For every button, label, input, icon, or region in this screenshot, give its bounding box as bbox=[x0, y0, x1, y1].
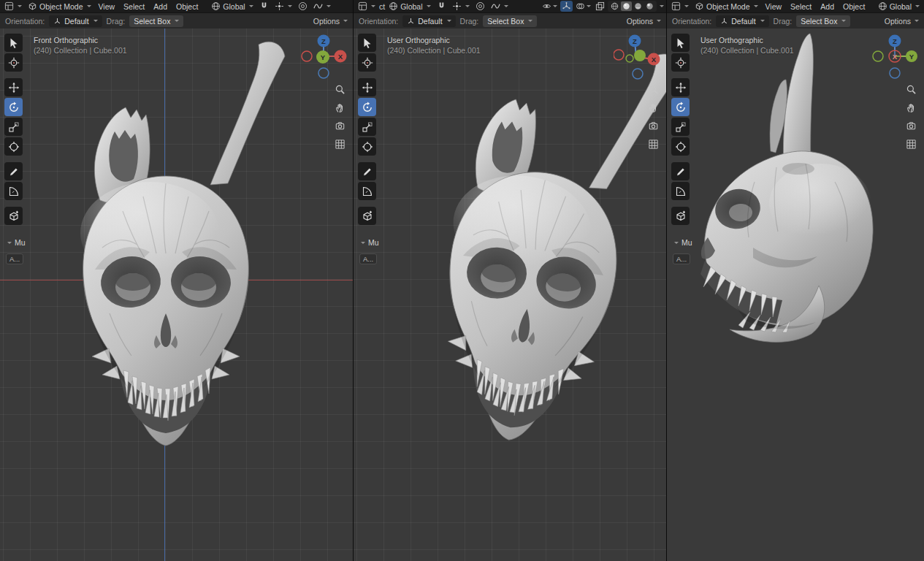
gizmo-z-neg-axis[interactable] bbox=[890, 68, 900, 78]
nav-gizmo[interactable]: Z X bbox=[614, 33, 660, 80]
options-dropdown[interactable]: Options bbox=[627, 17, 661, 26]
gizmo-y-neg-axis[interactable] bbox=[626, 55, 633, 62]
annotation-badge[interactable]: A... bbox=[6, 253, 23, 264]
editor-type-button[interactable] bbox=[356, 1, 378, 12]
mode-dropdown[interactable]: Object Mode bbox=[26, 1, 93, 12]
falloff-dropdown[interactable] bbox=[489, 1, 511, 12]
tool-add-cube[interactable] bbox=[358, 207, 376, 225]
collapsed-operator-panel[interactable]: Mu bbox=[673, 238, 692, 247]
gizmo-x-neg-axis[interactable] bbox=[302, 51, 312, 61]
camera-view-button[interactable] bbox=[334, 120, 346, 132]
proportional-edit-toggle[interactable] bbox=[473, 1, 487, 12]
menu-add[interactable]: Add bbox=[817, 2, 838, 11]
zoom-button[interactable] bbox=[905, 83, 917, 96]
pan-button[interactable] bbox=[334, 102, 346, 114]
nav-gizmo[interactable]: Z X Y bbox=[300, 33, 347, 80]
transform-orientation-select[interactable]: Default bbox=[716, 15, 768, 27]
menu-object[interactable]: Object bbox=[839, 2, 868, 11]
model-cube-001[interactable] bbox=[667, 28, 924, 561]
zoom-button[interactable] bbox=[647, 83, 660, 96]
tool-transform[interactable] bbox=[671, 137, 690, 156]
tool-measure[interactable] bbox=[4, 182, 23, 200]
tool-rotate[interactable] bbox=[358, 98, 376, 116]
options-dropdown[interactable]: Options bbox=[313, 17, 348, 26]
tool-rotate[interactable] bbox=[671, 98, 690, 116]
tool-3d-cursor[interactable] bbox=[671, 53, 690, 72]
tool-measure[interactable] bbox=[671, 182, 690, 200]
orientation-dropdown[interactable]: Global bbox=[386, 1, 432, 12]
tool-annotate[interactable] bbox=[4, 162, 23, 180]
drag-action-select[interactable]: Select Box bbox=[129, 15, 183, 27]
camera-view-button[interactable] bbox=[905, 120, 917, 132]
tool-annotate[interactable] bbox=[358, 162, 376, 180]
editor-type-button[interactable] bbox=[669, 1, 691, 12]
tool-scale[interactable] bbox=[358, 118, 376, 136]
tool-annotate[interactable] bbox=[671, 162, 690, 180]
tool-measure[interactable] bbox=[358, 182, 376, 200]
projection-toggle-button[interactable] bbox=[647, 138, 660, 150]
menu-select[interactable]: Select bbox=[787, 2, 815, 11]
projection-toggle-button[interactable] bbox=[334, 138, 346, 150]
tool-add-cube[interactable] bbox=[4, 207, 23, 225]
tool-transform[interactable] bbox=[4, 137, 23, 156]
collapsed-operator-panel[interactable]: Mu bbox=[6, 238, 26, 247]
tool-move[interactable] bbox=[671, 78, 690, 96]
projection-toggle-button[interactable] bbox=[905, 138, 917, 150]
tool-select-box[interactable] bbox=[358, 34, 376, 52]
truncated-menu-text[interactable]: ct bbox=[379, 2, 385, 11]
menu-object[interactable]: Object bbox=[172, 2, 202, 11]
model-cube-001[interactable] bbox=[354, 28, 666, 561]
show-gizmos-toggle[interactable] bbox=[560, 1, 573, 12]
viewport-3d-canvas[interactable]: User Orthographic (240) Collection | Cub… bbox=[354, 28, 666, 561]
gizmo-z-neg-axis[interactable] bbox=[633, 69, 643, 79]
collapsed-operator-panel[interactable]: Mu bbox=[359, 238, 379, 247]
tool-scale[interactable] bbox=[671, 118, 690, 136]
falloff-dropdown[interactable] bbox=[311, 1, 333, 12]
shading-wireframe-button[interactable] bbox=[609, 1, 620, 11]
gizmo-y-neg-axis[interactable] bbox=[873, 51, 883, 61]
tool-scale[interactable] bbox=[4, 118, 23, 136]
camera-view-button[interactable] bbox=[647, 120, 660, 132]
chevron-down-icon[interactable] bbox=[660, 5, 664, 7]
gizmo-y-axis[interactable] bbox=[634, 50, 646, 61]
orientation-dropdown[interactable]: Global bbox=[876, 1, 922, 12]
shading-solid-button[interactable] bbox=[621, 1, 632, 11]
menu-add[interactable]: Add bbox=[150, 2, 171, 11]
show-overlays-dropdown[interactable] bbox=[574, 1, 592, 12]
tool-3d-cursor[interactable] bbox=[358, 53, 376, 72]
snap-settings-dropdown[interactable] bbox=[272, 1, 294, 12]
drag-action-select[interactable]: Select Box bbox=[483, 15, 537, 27]
tool-transform[interactable] bbox=[358, 137, 376, 156]
shading-rendered-button[interactable] bbox=[644, 1, 655, 11]
transform-orientation-select[interactable]: Default bbox=[49, 15, 102, 27]
pan-button[interactable] bbox=[905, 102, 917, 114]
tool-add-cube[interactable] bbox=[671, 207, 690, 225]
tool-move[interactable] bbox=[358, 78, 376, 96]
orientation-dropdown[interactable]: Global bbox=[209, 1, 255, 12]
proportional-edit-toggle[interactable] bbox=[296, 1, 310, 12]
gizmo-z-neg-axis[interactable] bbox=[318, 68, 329, 78]
menu-select[interactable]: Select bbox=[120, 2, 148, 11]
viewport-3d-canvas[interactable]: Front Orthographic (240) Collection | Cu… bbox=[0, 28, 353, 561]
tool-select-box[interactable] bbox=[671, 34, 690, 52]
zoom-button[interactable] bbox=[334, 83, 346, 96]
shading-material-button[interactable] bbox=[633, 1, 644, 11]
xray-toggle[interactable] bbox=[594, 1, 606, 12]
pan-button[interactable] bbox=[647, 102, 660, 114]
menu-view[interactable]: View bbox=[95, 2, 119, 11]
annotation-badge[interactable]: A... bbox=[359, 253, 377, 264]
tool-rotate[interactable] bbox=[4, 98, 23, 116]
tool-3d-cursor[interactable] bbox=[4, 53, 23, 72]
options-dropdown[interactable]: Options bbox=[885, 17, 919, 26]
object-visibility-dropdown[interactable] bbox=[541, 1, 559, 12]
snap-toggle-button[interactable] bbox=[257, 1, 271, 12]
menu-view[interactable]: View bbox=[762, 2, 786, 11]
tool-select-box[interactable] bbox=[4, 34, 23, 52]
transform-orientation-select[interactable]: Default bbox=[402, 15, 455, 27]
tool-move[interactable] bbox=[4, 78, 23, 96]
snap-toggle-button[interactable] bbox=[435, 1, 448, 12]
drag-action-select[interactable]: Select Box bbox=[796, 15, 850, 27]
viewport-3d-canvas[interactable]: User Orthographic (240) Collection | Cub… bbox=[667, 28, 924, 561]
model-cube-001[interactable] bbox=[0, 28, 353, 561]
snap-settings-dropdown[interactable] bbox=[450, 1, 472, 12]
